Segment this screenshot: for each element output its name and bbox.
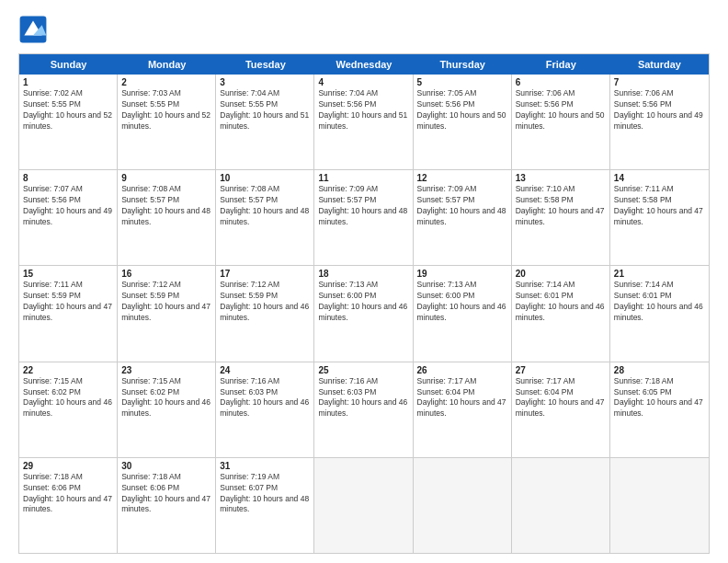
cell-info: Sunrise: 7:12 AM Sunset: 5:59 PM Dayligh…	[121, 280, 211, 324]
daylight-text: Daylight: 10 hours and 46 minutes.	[318, 302, 408, 324]
day-number: 31	[220, 461, 310, 471]
calendar-cell: 28 Sunrise: 7:18 AM Sunset: 6:05 PM Dayl…	[610, 362, 709, 457]
day-number: 3	[220, 77, 310, 87]
cell-info: Sunrise: 7:17 AM Sunset: 6:04 PM Dayligh…	[417, 376, 507, 420]
daylight-text: Daylight: 10 hours and 47 minutes.	[23, 302, 113, 324]
sunset-text: Sunset: 6:00 PM	[318, 291, 408, 302]
calendar-cell: 2 Sunrise: 7:03 AM Sunset: 5:55 PM Dayli…	[118, 75, 216, 169]
cell-info: Sunrise: 7:16 AM Sunset: 6:03 PM Dayligh…	[318, 376, 408, 420]
sunrise-text: Sunrise: 7:15 AM	[23, 376, 113, 387]
daylight-text: Daylight: 10 hours and 48 minutes.	[220, 206, 310, 228]
cell-info: Sunrise: 7:19 AM Sunset: 6:07 PM Dayligh…	[220, 472, 310, 516]
sunrise-text: Sunrise: 7:14 AM	[614, 280, 705, 291]
calendar-cell: 11 Sunrise: 7:09 AM Sunset: 5:57 PM Dayl…	[314, 170, 413, 265]
sunrise-text: Sunrise: 7:12 AM	[220, 280, 310, 291]
calendar-row: 1 Sunrise: 7:02 AM Sunset: 5:55 PM Dayli…	[19, 75, 709, 170]
cell-info: Sunrise: 7:08 AM Sunset: 5:57 PM Dayligh…	[121, 184, 211, 228]
daylight-text: Daylight: 10 hours and 48 minutes.	[220, 494, 310, 516]
sunrise-text: Sunrise: 7:08 AM	[121, 184, 211, 195]
cell-info: Sunrise: 7:04 AM Sunset: 5:56 PM Dayligh…	[318, 88, 408, 132]
sunset-text: Sunset: 5:57 PM	[220, 195, 310, 206]
cell-info: Sunrise: 7:18 AM Sunset: 6:05 PM Dayligh…	[614, 376, 705, 420]
page: SundayMondayTuesdayWednesdayThursdayFrid…	[0, 0, 728, 563]
sunset-text: Sunset: 5:56 PM	[23, 195, 113, 206]
header-day: Saturday	[610, 54, 709, 75]
header-day: Friday	[512, 54, 610, 75]
sunrise-text: Sunrise: 7:17 AM	[417, 376, 507, 387]
day-number: 8	[23, 173, 113, 183]
sunrise-text: Sunrise: 7:04 AM	[318, 88, 408, 99]
sunset-text: Sunset: 5:57 PM	[121, 195, 211, 206]
empty-cell	[414, 458, 512, 553]
logo	[18, 15, 51, 44]
sunset-text: Sunset: 5:55 PM	[220, 99, 310, 110]
calendar: SundayMondayTuesdayWednesdayThursdayFrid…	[18, 53, 710, 554]
cell-info: Sunrise: 7:05 AM Sunset: 5:56 PM Dayligh…	[417, 88, 507, 132]
day-number: 30	[121, 461, 211, 471]
daylight-text: Daylight: 10 hours and 46 minutes.	[220, 302, 310, 324]
sunset-text: Sunset: 6:04 PM	[516, 387, 606, 398]
day-number: 28	[614, 365, 705, 375]
header	[18, 15, 710, 44]
header-day: Thursday	[414, 54, 512, 75]
sunrise-text: Sunrise: 7:08 AM	[220, 184, 310, 195]
cell-info: Sunrise: 7:13 AM Sunset: 6:00 PM Dayligh…	[318, 280, 408, 324]
sunset-text: Sunset: 5:58 PM	[516, 195, 606, 206]
sunset-text: Sunset: 6:03 PM	[318, 387, 408, 398]
empty-cell	[512, 458, 610, 553]
cell-info: Sunrise: 7:11 AM Sunset: 5:58 PM Dayligh…	[614, 184, 705, 228]
day-number: 27	[516, 365, 606, 375]
calendar-cell: 19 Sunrise: 7:13 AM Sunset: 6:00 PM Dayl…	[414, 266, 512, 361]
daylight-text: Daylight: 10 hours and 52 minutes.	[23, 110, 113, 132]
day-number: 15	[23, 269, 113, 279]
day-number: 1	[23, 77, 113, 87]
logo-icon	[18, 15, 48, 44]
sunrise-text: Sunrise: 7:11 AM	[23, 280, 113, 291]
cell-info: Sunrise: 7:09 AM Sunset: 5:57 PM Dayligh…	[318, 184, 408, 228]
daylight-text: Daylight: 10 hours and 46 minutes.	[220, 397, 310, 419]
daylight-text: Daylight: 10 hours and 51 minutes.	[220, 110, 310, 132]
calendar-cell: 8 Sunrise: 7:07 AM Sunset: 5:56 PM Dayli…	[19, 170, 118, 265]
daylight-text: Daylight: 10 hours and 47 minutes.	[121, 302, 211, 324]
header-day: Wednesday	[314, 54, 413, 75]
daylight-text: Daylight: 10 hours and 46 minutes.	[318, 397, 408, 419]
sunset-text: Sunset: 6:03 PM	[220, 387, 310, 398]
sunrise-text: Sunrise: 7:04 AM	[220, 88, 310, 99]
cell-info: Sunrise: 7:18 AM Sunset: 6:06 PM Dayligh…	[23, 472, 113, 516]
cell-info: Sunrise: 7:17 AM Sunset: 6:04 PM Dayligh…	[516, 376, 606, 420]
calendar-cell: 14 Sunrise: 7:11 AM Sunset: 5:58 PM Dayl…	[610, 170, 709, 265]
sunset-text: Sunset: 6:00 PM	[417, 291, 507, 302]
daylight-text: Daylight: 10 hours and 48 minutes.	[417, 206, 507, 228]
cell-info: Sunrise: 7:13 AM Sunset: 6:00 PM Dayligh…	[417, 280, 507, 324]
cell-info: Sunrise: 7:07 AM Sunset: 5:56 PM Dayligh…	[23, 184, 113, 228]
sunrise-text: Sunrise: 7:07 AM	[23, 184, 113, 195]
sunrise-text: Sunrise: 7:18 AM	[614, 376, 705, 387]
sunset-text: Sunset: 5:56 PM	[417, 99, 507, 110]
daylight-text: Daylight: 10 hours and 47 minutes.	[23, 494, 113, 516]
sunset-text: Sunset: 5:59 PM	[23, 291, 113, 302]
calendar-cell: 4 Sunrise: 7:04 AM Sunset: 5:56 PM Dayli…	[314, 75, 413, 169]
sunrise-text: Sunrise: 7:18 AM	[23, 472, 113, 483]
daylight-text: Daylight: 10 hours and 46 minutes.	[23, 397, 113, 419]
cell-info: Sunrise: 7:14 AM Sunset: 6:01 PM Dayligh…	[516, 280, 606, 324]
cell-info: Sunrise: 7:11 AM Sunset: 5:59 PM Dayligh…	[23, 280, 113, 324]
sunset-text: Sunset: 6:06 PM	[121, 483, 211, 494]
sunrise-text: Sunrise: 7:06 AM	[614, 88, 705, 99]
daylight-text: Daylight: 10 hours and 48 minutes.	[318, 206, 408, 228]
sunrise-text: Sunrise: 7:18 AM	[121, 472, 211, 483]
day-number: 29	[23, 461, 113, 471]
sunset-text: Sunset: 5:56 PM	[516, 99, 606, 110]
sunset-text: Sunset: 5:55 PM	[23, 99, 113, 110]
calendar-cell: 26 Sunrise: 7:17 AM Sunset: 6:04 PM Dayl…	[414, 362, 512, 457]
daylight-text: Daylight: 10 hours and 51 minutes.	[318, 110, 408, 132]
calendar-cell: 15 Sunrise: 7:11 AM Sunset: 5:59 PM Dayl…	[19, 266, 118, 361]
cell-info: Sunrise: 7:03 AM Sunset: 5:55 PM Dayligh…	[121, 88, 211, 132]
day-number: 14	[614, 173, 705, 183]
daylight-text: Daylight: 10 hours and 47 minutes.	[121, 494, 211, 516]
calendar-cell: 22 Sunrise: 7:15 AM Sunset: 6:02 PM Dayl…	[19, 362, 118, 457]
cell-info: Sunrise: 7:06 AM Sunset: 5:56 PM Dayligh…	[516, 88, 606, 132]
daylight-text: Daylight: 10 hours and 52 minutes.	[121, 110, 211, 132]
empty-cell	[610, 458, 709, 553]
header-day: Monday	[118, 54, 216, 75]
cell-info: Sunrise: 7:16 AM Sunset: 6:03 PM Dayligh…	[220, 376, 310, 420]
